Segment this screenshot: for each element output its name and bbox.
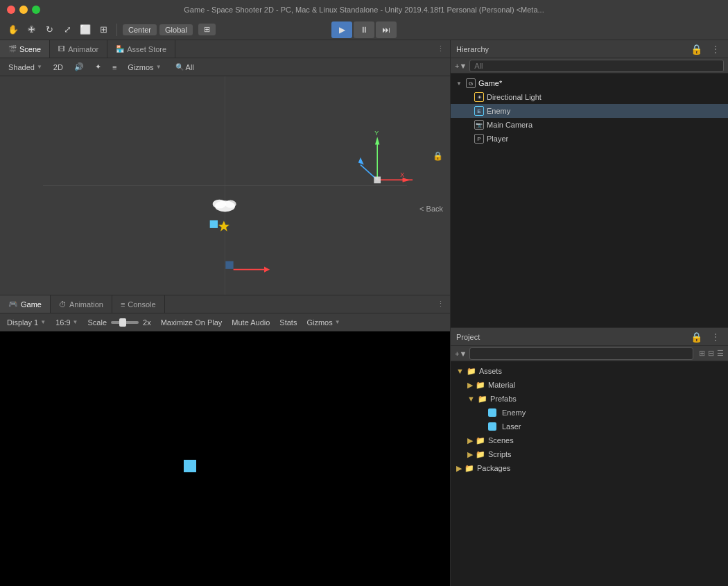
tab-animator[interactable]: 🎞 Animator bbox=[50, 40, 107, 58]
expand-arrow-icon: ▼ bbox=[456, 80, 463, 87]
project-item-material[interactable]: ▶ 📁 Material bbox=[451, 378, 728, 392]
fullscreen-button[interactable] bbox=[32, 6, 40, 14]
fx-toggle[interactable]: ✦ bbox=[91, 62, 105, 72]
hierarchy-item-main-camera[interactable]: 📷 Main Camera bbox=[451, 118, 728, 132]
project-item-scenes[interactable]: ▶ 📁 Scenes bbox=[451, 433, 728, 447]
hierarchy-panel: Hierarchy 🔒 ⋮ +▼ ▼ G Game* bbox=[451, 40, 728, 328]
svg-point-3 bbox=[213, 200, 226, 209]
svg-marker-13 bbox=[403, 178, 410, 182]
hierarchy-item-player[interactable]: P Player bbox=[451, 132, 728, 146]
hierarchy-item-directional-light[interactable]: ☀ Directional Light bbox=[451, 90, 728, 104]
chevron-down-icon: ▼ bbox=[73, 319, 78, 325]
hand-tool[interactable]: ✋ bbox=[6, 22, 21, 37]
scene-tabs-menu[interactable]: ⋮ bbox=[431, 44, 450, 53]
play-button[interactable]: ▶ bbox=[331, 21, 352, 38]
chevron-right-icon: ▶ bbox=[467, 450, 473, 459]
tab-game[interactable]: 🎮 Game bbox=[0, 295, 51, 313]
game-player-object bbox=[184, 460, 196, 472]
console-tab-icon: ≡ bbox=[121, 300, 125, 309]
chevron-down-icon: ▼ bbox=[40, 319, 46, 325]
layers-grid-icon: ⊞ bbox=[204, 25, 210, 34]
rotate-tool[interactable]: ↻ bbox=[42, 22, 57, 37]
move-tool[interactable]: ✙ bbox=[24, 22, 39, 37]
hierarchy-menu-icon[interactable]: ⋮ bbox=[709, 44, 722, 55]
project-item-laser-prefab[interactable]: Laser bbox=[451, 420, 728, 433]
project-label-assets: Assets bbox=[479, 367, 502, 375]
folder-icon: 📁 bbox=[476, 381, 485, 390]
chevron-down-icon: ▼ bbox=[37, 64, 42, 70]
top-toolbar: ✋ ✙ ↻ ⤢ ⬜ ⊞ Center Global ⊞ ▶ ⏸ ⏭ bbox=[0, 19, 728, 40]
transform-tool[interactable]: ⊞ bbox=[96, 22, 111, 37]
hierarchy-label-player: Player bbox=[487, 135, 508, 143]
project-item-packages[interactable]: ▶ 📁 Packages bbox=[451, 461, 728, 475]
project-sort-icon[interactable]: ⊟ bbox=[708, 349, 714, 358]
svg-text:Y: Y bbox=[374, 130, 379, 137]
prefab-icon-enemy bbox=[488, 408, 496, 417]
project-item-prefabs[interactable]: ▼ 📁 Prefabs bbox=[451, 392, 728, 406]
gizmos-game-dropdown[interactable]: Gizmos ▼ bbox=[304, 318, 343, 327]
svg-marker-15 bbox=[358, 157, 364, 165]
back-button[interactable]: < Back bbox=[419, 205, 443, 213]
scale-tool[interactable]: ⤢ bbox=[60, 22, 75, 37]
hierarchy-lock-icon[interactable]: 🔒 bbox=[688, 44, 704, 55]
project-menu-icon[interactable]: ⋮ bbox=[709, 331, 722, 343]
hierarchy-search-input[interactable] bbox=[469, 60, 724, 72]
search-input[interactable]: 🔍 All bbox=[171, 62, 198, 72]
hierarchy-header: Hierarchy 🔒 ⋮ bbox=[451, 40, 728, 58]
project-filter-icon[interactable]: ⊞ bbox=[699, 349, 705, 358]
tab-console[interactable]: ≡ Console bbox=[112, 295, 165, 313]
hierarchy-label-directional-light: Directional Light bbox=[487, 93, 541, 101]
lock-icon[interactable]: 🔒 bbox=[433, 151, 443, 161]
game-tabs-menu[interactable]: ⋮ bbox=[431, 300, 450, 309]
scene-area: 🎬 Scene 🎞 Animator 🏪 Asset Store ⋮ bbox=[0, 40, 450, 295]
step-button[interactable]: ⏭ bbox=[376, 21, 397, 38]
pivot-toggle[interactable]: Center bbox=[123, 24, 157, 35]
scale-control[interactable]: Scale 2x bbox=[85, 318, 154, 327]
scene-svg: Y X bbox=[0, 76, 450, 295]
project-item-assets[interactable]: ▼ 📁 Assets bbox=[451, 364, 728, 378]
minimize-button[interactable] bbox=[19, 6, 28, 14]
pause-button[interactable]: ⏸ bbox=[354, 21, 374, 38]
project-title: Project bbox=[456, 333, 684, 341]
display-dropdown[interactable]: Display 1 ▼ bbox=[4, 318, 49, 327]
scene-view[interactable]: Y X < Back 🔒 bbox=[0, 76, 450, 295]
hierarchy-item-game[interactable]: ▼ G Game* bbox=[451, 76, 728, 90]
chevron-down-icon: ▼ bbox=[456, 367, 464, 375]
scene-cam-toggle[interactable]: ≡ bbox=[108, 62, 121, 72]
mute-audio-toggle[interactable]: Mute Audio bbox=[229, 318, 272, 327]
project-panel: Project 🔒 ⋮ +▼ ⊞ ⊟ ☰ ▼ 📁 Assets bbox=[451, 328, 728, 586]
maximize-on-play-toggle[interactable]: Maximize On Play bbox=[158, 318, 225, 327]
stats-toggle[interactable]: Stats bbox=[277, 318, 300, 327]
project-item-enemy-prefab[interactable]: Enemy bbox=[451, 406, 728, 420]
scale-slider[interactable] bbox=[111, 321, 139, 324]
svg-marker-6 bbox=[218, 221, 229, 231]
close-button[interactable] bbox=[7, 6, 15, 14]
hierarchy-item-enemy[interactable]: E Enemy bbox=[451, 104, 728, 118]
aspect-dropdown[interactable]: 16:9 ▼ bbox=[53, 318, 80, 327]
space-toggle[interactable]: Global bbox=[159, 24, 193, 35]
project-search-input[interactable] bbox=[469, 347, 693, 360]
audio-toggle[interactable]: 🔊 bbox=[70, 62, 88, 72]
game-view[interactable] bbox=[0, 331, 450, 586]
hierarchy-label-enemy: Enemy bbox=[487, 107, 510, 115]
2d-toggle[interactable]: 2D bbox=[49, 62, 67, 72]
project-view-icon[interactable]: ☰ bbox=[717, 349, 724, 358]
project-lock-icon[interactable]: 🔒 bbox=[688, 331, 704, 343]
window-title: Game - Space Shooter 2D - PC, Mac & Linu… bbox=[184, 6, 544, 14]
tab-animation[interactable]: ⏱ Animation bbox=[51, 295, 112, 313]
tab-asset-store[interactable]: 🏪 Asset Store bbox=[107, 40, 175, 58]
gizmos-dropdown[interactable]: Gizmos ▼ bbox=[123, 62, 165, 72]
svg-text:X: X bbox=[400, 171, 404, 178]
folder-icon: 📁 bbox=[467, 367, 476, 376]
project-item-scripts[interactable]: ▶ 📁 Scripts bbox=[451, 447, 728, 461]
folder-icon: 📁 bbox=[465, 464, 474, 473]
right-panel: Hierarchy 🔒 ⋮ +▼ ▼ G Game* bbox=[451, 40, 728, 586]
project-label-prefabs: Prefabs bbox=[490, 395, 517, 403]
hierarchy-add-icon[interactable]: +▼ bbox=[455, 62, 467, 70]
chevron-down-icon: ▼ bbox=[156, 64, 162, 70]
project-add-icon[interactable]: +▼ bbox=[455, 350, 467, 358]
shading-dropdown[interactable]: Shaded ▼ bbox=[4, 62, 46, 72]
tab-scene[interactable]: 🎬 Scene bbox=[0, 40, 50, 58]
rect-tool[interactable]: ⬜ bbox=[78, 22, 93, 37]
layers-toggle[interactable]: ⊞ bbox=[198, 24, 216, 35]
